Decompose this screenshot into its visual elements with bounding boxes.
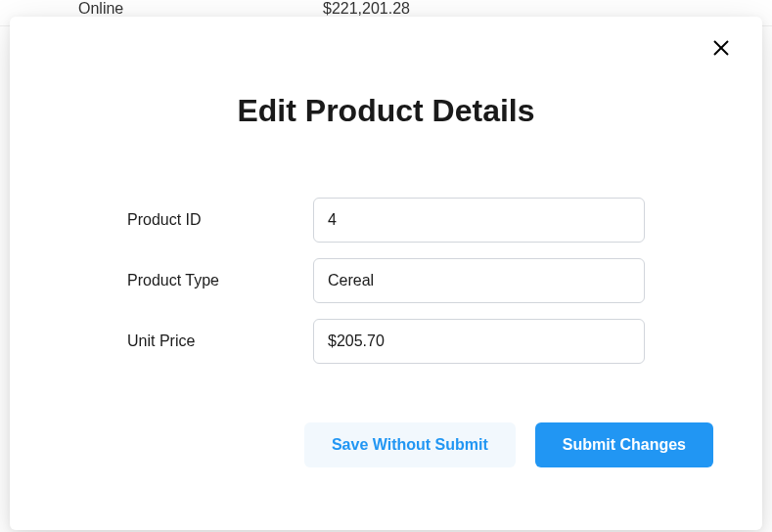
unit-price-label: Unit Price [127,332,313,350]
form-row-product-id: Product ID [127,198,645,243]
product-type-label: Product Type [127,272,313,289]
unit-price-input[interactable] [313,319,645,364]
close-button[interactable] [707,34,735,62]
background-cell-amount: $221,201.28 [274,0,548,18]
product-id-label: Product ID [127,211,313,229]
form-row-unit-price: Unit Price [127,319,645,364]
product-id-input[interactable] [313,198,645,243]
save-without-submit-button[interactable]: Save Without Submit [304,422,516,467]
edit-product-modal: Edit Product Details Product ID Product … [10,17,762,530]
submit-changes-button[interactable]: Submit Changes [535,422,713,467]
form-row-product-type: Product Type [127,258,645,303]
form-area: Product ID Product Type Unit Price [49,198,723,364]
product-type-input[interactable] [313,258,645,303]
button-row: Save Without Submit Submit Changes [49,422,723,467]
close-icon [712,39,730,57]
background-cell-channel: Online [0,0,274,18]
modal-title: Edit Product Details [49,93,723,129]
